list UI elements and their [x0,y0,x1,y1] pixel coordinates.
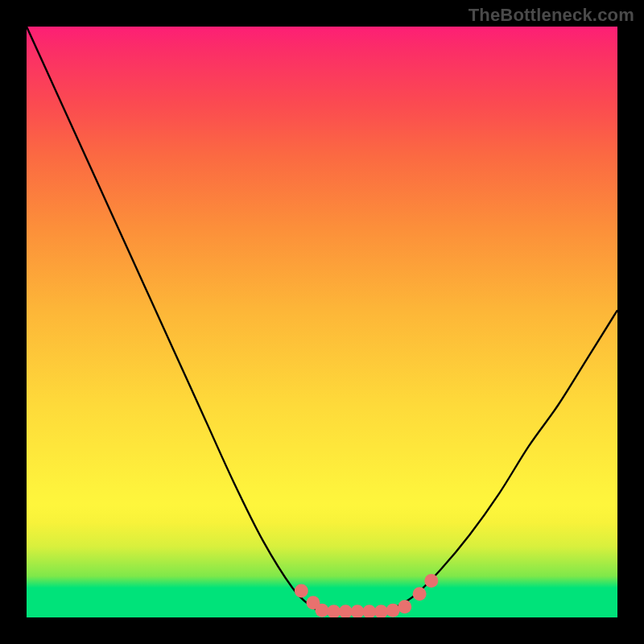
bottleneck-curve [27,27,617,612]
curve-markers [295,574,438,617]
curve-marker [398,600,411,613]
curve-marker [413,587,427,601]
curve-marker [362,605,376,617]
curve-marker [339,605,353,617]
curve-marker [351,605,365,617]
chart-frame: TheBottleneck.com [0,0,644,644]
curve-marker [295,584,308,597]
curve-marker [386,604,400,617]
curve-marker [316,604,329,617]
chart-overlay [27,27,617,617]
curve-marker [374,605,388,617]
curve-marker [327,605,341,617]
watermark-text: TheBottleneck.com [469,5,634,26]
curve-marker [424,574,438,588]
